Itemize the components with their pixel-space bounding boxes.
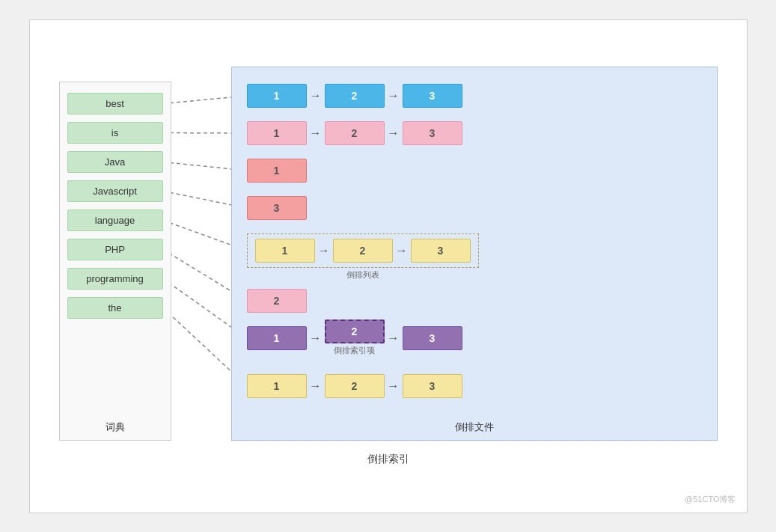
inverted-list-group: 1 → 2 → 3 倒排列表 <box>247 233 479 268</box>
cell-is-2: 2 <box>325 121 385 145</box>
cell-is-3: 3 <box>403 121 462 145</box>
inv-entry-wrapper: 2 倒排索引项 <box>325 319 385 356</box>
dict-item-is: is <box>67 122 163 144</box>
arrow: → <box>318 244 330 257</box>
inv-list-label: 倒排列表 <box>346 269 379 281</box>
arrow: → <box>388 89 400 103</box>
row-java: 1 <box>247 157 702 184</box>
arrow: → <box>388 331 400 345</box>
dict-item-javascript: Javascript <box>67 180 163 202</box>
cell-best-2: 2 <box>325 84 385 108</box>
cell-best-3: 3 <box>403 84 462 108</box>
cell-javascript-3: 3 <box>247 196 307 220</box>
arrow: → <box>396 244 408 257</box>
row-the: 1 → 2 → 3 <box>247 373 702 400</box>
cell-is-1: 1 <box>247 121 307 145</box>
inv-panel: 1 → 2 → 3 1 → 2 → 3 1 3 <box>231 67 718 441</box>
row-programming: 1 → 2 倒排索引项 → 3 <box>247 325 702 352</box>
bottom-label: 倒排索引 <box>367 453 409 466</box>
dict-label: 词典 <box>60 421 171 434</box>
dict-item-best: best <box>67 93 163 114</box>
cell-lang-3: 3 <box>411 239 471 263</box>
cell-the-1: 1 <box>247 374 307 398</box>
row-php: 2 <box>247 287 702 314</box>
cell-prog-2-dashed: 2 <box>325 319 385 343</box>
outer-container: best is Java Javascript language PHP pro… <box>29 19 748 513</box>
arrow: → <box>310 89 322 103</box>
arrow: → <box>388 379 400 393</box>
watermark: @51CTO博客 <box>685 494 736 505</box>
dict-item-programming: programming <box>67 268 163 290</box>
inv-entry-label: 倒排索引项 <box>334 345 375 356</box>
dict-panel: best is Java Javascript language PHP pro… <box>59 82 171 441</box>
inv-panel-label: 倒排文件 <box>232 421 717 434</box>
dict-item-php: PHP <box>67 239 163 260</box>
arrow: → <box>310 126 322 140</box>
dict-item-java: Java <box>67 151 163 173</box>
cell-lang-1: 1 <box>255 239 315 263</box>
row-best: 1 → 2 → 3 <box>247 82 702 109</box>
row-language: 1 → 2 → 3 倒排列表 <box>247 232 702 269</box>
dict-item-language: language <box>67 210 163 231</box>
cell-the-2: 2 <box>325 374 385 398</box>
arrow: → <box>388 126 400 140</box>
cell-php-2: 2 <box>247 289 307 313</box>
arrow: → <box>310 379 322 393</box>
row-javascript: 3 <box>247 195 702 221</box>
row-is: 1 → 2 → 3 <box>247 120 702 147</box>
cell-best-1: 1 <box>247 84 307 108</box>
cell-the-3: 3 <box>403 374 462 398</box>
dict-item-the: the <box>67 297 163 319</box>
diagram-wrapper: best is Java Javascript language PHP pro… <box>59 67 718 441</box>
arrow: → <box>310 331 322 345</box>
cell-prog-1: 1 <box>247 326 307 350</box>
cell-prog-3: 3 <box>403 326 462 350</box>
cell-lang-2: 2 <box>333 239 393 263</box>
cell-java-1: 1 <box>247 159 307 183</box>
